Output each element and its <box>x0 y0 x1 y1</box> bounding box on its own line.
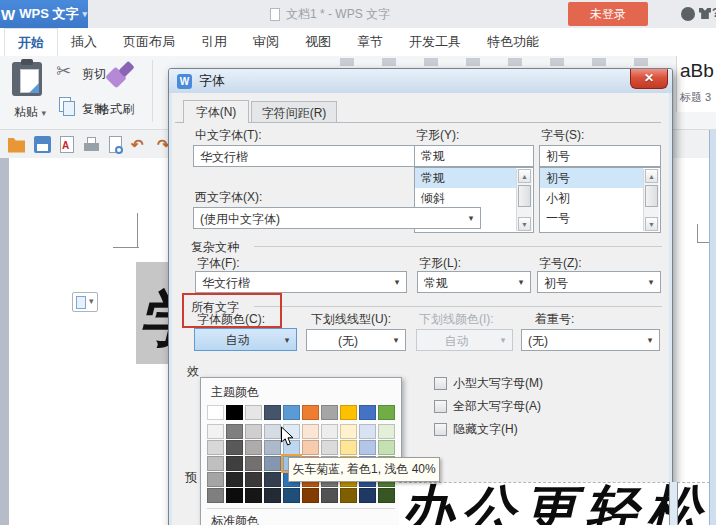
cut-icon[interactable]: ✂ <box>56 60 71 82</box>
tint-swatch[interactable] <box>207 440 224 455</box>
tint-swatch[interactable] <box>340 440 357 455</box>
tab-font[interactable]: 字体(N) <box>183 100 249 123</box>
tint-swatch[interactable] <box>226 472 243 487</box>
theme-color-swatch[interactable] <box>378 405 395 420</box>
list-item[interactable]: 倾斜 <box>415 188 516 208</box>
print-icon[interactable] <box>83 136 100 153</box>
format-painter-icon[interactable] <box>106 60 136 92</box>
ribbon-tab-2[interactable]: 页面布局 <box>110 28 188 56</box>
copy-icon[interactable] <box>59 97 71 112</box>
save-icon[interactable] <box>34 136 51 153</box>
western-font-combo[interactable]: (使用中文字体) ▾ <box>193 207 481 229</box>
font-size-input[interactable]: 初号 <box>539 145 661 167</box>
font-size-list[interactable]: ▲ ▼ 初号小初一号 <box>539 167 661 233</box>
emphasis-combo[interactable]: (无) ▾ <box>521 329 660 351</box>
tint-swatch[interactable] <box>302 488 319 503</box>
tint-swatch[interactable] <box>264 488 281 503</box>
tint-swatch[interactable] <box>207 424 224 439</box>
paste-button[interactable]: 粘贴 ▾ <box>8 104 52 121</box>
vertical-scrollbar[interactable] <box>709 130 716 525</box>
paste-options-popup[interactable]: ▾ <box>72 292 98 312</box>
theme-color-swatch[interactable] <box>245 405 262 420</box>
tint-swatch[interactable] <box>207 456 224 471</box>
tint-swatch[interactable] <box>359 440 376 455</box>
ribbon-tab-3[interactable]: 引用 <box>188 28 240 56</box>
scrollbar[interactable]: ▲ ▼ <box>516 169 532 231</box>
font-color-combo[interactable]: 自动 ▾ <box>194 328 297 351</box>
scroll-down-icon[interactable]: ▼ <box>645 217 658 231</box>
theme-color-swatch[interactable] <box>359 405 376 420</box>
tab-char-spacing[interactable]: 字符间距(R) <box>251 101 337 123</box>
tint-swatch[interactable] <box>302 440 319 455</box>
tint-swatch[interactable] <box>340 424 357 439</box>
format-painter-button[interactable]: 格式刷 <box>98 101 134 118</box>
theme-color-swatch[interactable] <box>226 405 243 420</box>
list-item[interactable]: 初号 <box>540 168 643 188</box>
ribbon-tab-8[interactable]: 特色功能 <box>474 28 552 56</box>
tint-swatch[interactable] <box>378 424 395 439</box>
list-item[interactable]: 一号 <box>540 208 643 228</box>
tint-swatch[interactable] <box>340 488 357 503</box>
tint-swatch[interactable] <box>226 488 243 503</box>
tint-swatch[interactable] <box>226 424 243 439</box>
list-item[interactable]: 常规 <box>415 168 516 188</box>
theme-color-swatch[interactable] <box>302 405 319 420</box>
checkbox[interactable] <box>434 400 447 413</box>
tint-swatch[interactable] <box>245 424 262 439</box>
ribbon-tab-5[interactable]: 视图 <box>292 28 344 56</box>
paste-icon[interactable] <box>12 62 42 96</box>
wps-app-button[interactable]: W WPS 文字 ▾ <box>0 0 88 28</box>
checkbox[interactable] <box>434 423 447 436</box>
scrollbar[interactable]: ▲ ▼ <box>643 169 659 231</box>
scroll-down-icon[interactable]: ▼ <box>518 217 531 231</box>
open-icon[interactable] <box>8 136 25 153</box>
scroll-thumb[interactable] <box>518 185 531 207</box>
ribbon-tab-1[interactable]: 插入 <box>58 28 110 56</box>
tint-swatch[interactable] <box>378 440 395 455</box>
tint-swatch[interactable] <box>302 424 319 439</box>
tint-swatch[interactable] <box>245 440 262 455</box>
complex-font-combo[interactable]: 华文行楷 ▾ <box>195 271 407 293</box>
checkbox[interactable] <box>434 377 447 390</box>
tint-swatch[interactable] <box>245 456 262 471</box>
scroll-up-icon[interactable]: ▲ <box>645 169 658 183</box>
theme-color-swatch[interactable] <box>264 405 281 420</box>
tint-swatch[interactable] <box>245 488 262 503</box>
tint-swatch[interactable] <box>226 456 243 471</box>
tint-swatch[interactable] <box>264 472 281 487</box>
tint-swatch[interactable] <box>321 424 338 439</box>
theme-color-swatch[interactable] <box>283 405 300 420</box>
theme-color-swatch[interactable] <box>321 405 338 420</box>
scroll-up-icon[interactable]: ▲ <box>518 169 531 183</box>
ribbon-tab-7[interactable]: 开发工具 <box>396 28 474 56</box>
tint-swatch[interactable] <box>264 440 281 455</box>
tint-swatch[interactable] <box>207 488 224 503</box>
ribbon-tab-0[interactable]: 开始 <box>4 28 58 56</box>
ribbon-tab-6[interactable]: 章节 <box>344 28 396 56</box>
help-icon[interactable]: ? <box>712 6 716 20</box>
dialog-titlebar[interactable]: W 字体 <box>169 69 672 93</box>
tint-swatch[interactable] <box>321 488 338 503</box>
tint-swatch[interactable] <box>264 424 281 439</box>
underline-style-combo[interactable]: (无) ▾ <box>306 329 406 351</box>
skin-icon[interactable] <box>699 8 711 19</box>
tint-swatch[interactable] <box>321 440 338 455</box>
tint-swatch[interactable] <box>264 456 281 471</box>
tint-swatch[interactable] <box>226 440 243 455</box>
theme-color-swatch[interactable] <box>340 405 357 420</box>
complex-size-combo[interactable]: 初号 ▾ <box>537 271 661 293</box>
tint-swatch[interactable] <box>359 424 376 439</box>
feedback-icon[interactable] <box>681 7 695 21</box>
tint-swatch[interactable] <box>207 472 224 487</box>
tint-swatch[interactable] <box>359 488 376 503</box>
theme-color-swatch[interactable] <box>207 405 224 420</box>
tint-swatch[interactable] <box>283 488 300 503</box>
ribbon-tab-4[interactable]: 审阅 <box>240 28 292 56</box>
print-preview-icon[interactable] <box>109 136 122 153</box>
scroll-thumb[interactable] <box>645 185 658 207</box>
cut-button[interactable]: 剪切 <box>82 66 106 83</box>
complex-style-combo[interactable]: 常规 ▾ <box>417 271 531 293</box>
list-item[interactable]: 小初 <box>540 188 643 208</box>
undo-icon[interactable]: ↶ <box>131 136 148 153</box>
tint-swatch[interactable] <box>245 472 262 487</box>
